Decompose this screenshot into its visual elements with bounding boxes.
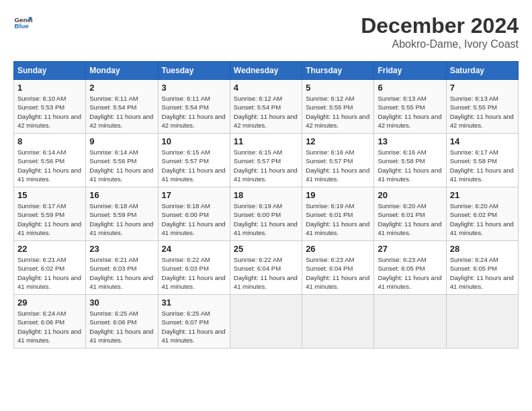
calendar-day-cell: 5 Sunrise: 6:12 AMSunset: 5:55 PMDayligh… [302, 80, 374, 134]
day-number: 30 [89, 298, 154, 308]
day-info: Sunrise: 6:15 AMSunset: 5:57 PMDaylight:… [234, 148, 298, 183]
day-number: 13 [378, 136, 442, 146]
day-info: Sunrise: 6:12 AMSunset: 5:54 PMDaylight:… [234, 94, 298, 130]
location-title: Abokro-Dame, Ivory Coast [361, 38, 519, 50]
calendar-day-cell: 24 Sunrise: 6:22 AMSunset: 6:03 PMDaylig… [158, 241, 230, 295]
calendar-day-cell: 7 Sunrise: 6:13 AMSunset: 5:55 PMDayligh… [446, 80, 518, 134]
weekday-header-cell: Friday [374, 62, 446, 80]
day-info: Sunrise: 6:21 AMSunset: 6:02 PMDaylight:… [17, 255, 82, 291]
calendar-day-cell: 29 Sunrise: 6:24 AMSunset: 6:06 PMDaylig… [14, 295, 86, 349]
day-number: 27 [378, 244, 442, 254]
day-number: 10 [162, 136, 226, 146]
header: General Blue December 2024 Abokro-Dame, … [13, 13, 519, 50]
logo: General Blue [13, 13, 32, 32]
weekday-header-cell: Tuesday [158, 62, 230, 80]
logo-icon: General Blue [13, 13, 32, 32]
day-number: 26 [306, 244, 370, 254]
calendar-day-cell: 4 Sunrise: 6:12 AMSunset: 5:54 PMDayligh… [230, 80, 302, 134]
day-info: Sunrise: 6:22 AMSunset: 6:03 PMDaylight:… [162, 255, 226, 291]
day-number: 9 [89, 136, 154, 146]
calendar-day-cell [230, 295, 302, 349]
calendar-day-cell: 23 Sunrise: 6:21 AMSunset: 6:03 PMDaylig… [86, 241, 158, 295]
day-number: 25 [234, 244, 298, 254]
svg-text:Blue: Blue [14, 22, 29, 30]
day-number: 23 [89, 244, 154, 254]
day-number: 2 [89, 83, 154, 93]
day-number: 11 [234, 136, 298, 146]
weekday-header-cell: Sunday [14, 62, 86, 80]
calendar-day-cell: 30 Sunrise: 6:25 AMSunset: 6:06 PMDaylig… [86, 295, 158, 349]
calendar-week-row: 8 Sunrise: 6:14 AMSunset: 5:56 PMDayligh… [14, 134, 519, 187]
day-info: Sunrise: 6:20 AMSunset: 6:01 PMDaylight:… [378, 201, 442, 237]
day-info: Sunrise: 6:24 AMSunset: 6:06 PMDaylight:… [17, 309, 82, 345]
calendar-day-cell: 19 Sunrise: 6:19 AMSunset: 6:01 PMDaylig… [302, 187, 374, 241]
day-number: 22 [17, 244, 82, 254]
calendar-body: 1 Sunrise: 6:10 AMSunset: 5:53 PMDayligh… [14, 80, 519, 349]
calendar-day-cell: 6 Sunrise: 6:13 AMSunset: 5:55 PMDayligh… [374, 80, 446, 134]
calendar-day-cell: 10 Sunrise: 6:15 AMSunset: 5:57 PMDaylig… [158, 134, 230, 187]
day-info: Sunrise: 6:23 AMSunset: 6:04 PMDaylight:… [306, 255, 370, 291]
day-info: Sunrise: 6:24 AMSunset: 6:05 PMDaylight:… [450, 255, 515, 291]
day-info: Sunrise: 6:10 AMSunset: 5:53 PMDaylight:… [17, 94, 82, 130]
day-number: 5 [306, 83, 370, 93]
calendar-day-cell: 16 Sunrise: 6:18 AMSunset: 5:59 PMDaylig… [86, 187, 158, 241]
day-info: Sunrise: 6:17 AMSunset: 5:59 PMDaylight:… [17, 201, 82, 237]
day-info: Sunrise: 6:14 AMSunset: 5:56 PMDaylight:… [17, 148, 82, 183]
weekday-header-cell: Monday [86, 62, 158, 80]
day-info: Sunrise: 6:22 AMSunset: 6:04 PMDaylight:… [234, 255, 298, 291]
calendar-week-row: 29 Sunrise: 6:24 AMSunset: 6:06 PMDaylig… [14, 295, 519, 349]
day-number: 21 [450, 190, 515, 200]
day-number: 14 [450, 136, 515, 146]
calendar-day-cell: 12 Sunrise: 6:16 AMSunset: 5:57 PMDaylig… [302, 134, 374, 187]
day-info: Sunrise: 6:16 AMSunset: 5:58 PMDaylight:… [378, 148, 442, 183]
calendar-week-row: 15 Sunrise: 6:17 AMSunset: 5:59 PMDaylig… [14, 187, 519, 241]
day-number: 8 [17, 136, 82, 146]
day-number: 28 [450, 244, 515, 254]
calendar-week-row: 22 Sunrise: 6:21 AMSunset: 6:02 PMDaylig… [14, 241, 519, 295]
day-info: Sunrise: 6:19 AMSunset: 6:00 PMDaylight:… [234, 201, 298, 237]
calendar-day-cell: 3 Sunrise: 6:11 AMSunset: 5:54 PMDayligh… [158, 80, 230, 134]
calendar-day-cell: 26 Sunrise: 6:23 AMSunset: 6:04 PMDaylig… [302, 241, 374, 295]
calendar-day-cell: 1 Sunrise: 6:10 AMSunset: 5:53 PMDayligh… [14, 80, 86, 134]
day-info: Sunrise: 6:11 AMSunset: 5:54 PMDaylight:… [162, 94, 226, 130]
calendar-day-cell: 21 Sunrise: 6:20 AMSunset: 6:02 PMDaylig… [446, 187, 518, 241]
calendar-day-cell: 28 Sunrise: 6:24 AMSunset: 6:05 PMDaylig… [446, 241, 518, 295]
weekday-header-cell: Thursday [302, 62, 374, 80]
calendar-day-cell: 13 Sunrise: 6:16 AMSunset: 5:58 PMDaylig… [374, 134, 446, 187]
day-info: Sunrise: 6:20 AMSunset: 6:02 PMDaylight:… [450, 201, 515, 237]
weekday-header-cell: Saturday [446, 62, 518, 80]
day-info: Sunrise: 6:18 AMSunset: 6:00 PMDaylight:… [162, 201, 226, 237]
day-number: 16 [89, 190, 154, 200]
day-info: Sunrise: 6:13 AMSunset: 5:55 PMDaylight:… [378, 94, 442, 130]
calendar-day-cell: 22 Sunrise: 6:21 AMSunset: 6:02 PMDaylig… [14, 241, 86, 295]
calendar-day-cell: 14 Sunrise: 6:17 AMSunset: 5:58 PMDaylig… [446, 134, 518, 187]
month-title: December 2024 [361, 13, 519, 38]
day-number: 17 [162, 190, 226, 200]
weekday-header-cell: Wednesday [230, 62, 302, 80]
day-number: 24 [162, 244, 226, 254]
calendar-day-cell: 31 Sunrise: 6:25 AMSunset: 6:07 PMDaylig… [158, 295, 230, 349]
day-number: 29 [17, 298, 82, 308]
calendar-day-cell: 18 Sunrise: 6:19 AMSunset: 6:00 PMDaylig… [230, 187, 302, 241]
calendar-table: SundayMondayTuesdayWednesdayThursdayFrid… [13, 61, 519, 349]
day-number: 31 [162, 298, 226, 308]
day-info: Sunrise: 6:15 AMSunset: 5:57 PMDaylight:… [162, 148, 226, 183]
day-info: Sunrise: 6:16 AMSunset: 5:57 PMDaylight:… [306, 148, 370, 183]
calendar-day-cell: 15 Sunrise: 6:17 AMSunset: 5:59 PMDaylig… [14, 187, 86, 241]
day-info: Sunrise: 6:17 AMSunset: 5:58 PMDaylight:… [450, 148, 515, 183]
day-info: Sunrise: 6:25 AMSunset: 6:06 PMDaylight:… [89, 309, 154, 345]
calendar-day-cell: 9 Sunrise: 6:14 AMSunset: 5:56 PMDayligh… [86, 134, 158, 187]
day-number: 4 [234, 83, 298, 93]
day-info: Sunrise: 6:14 AMSunset: 5:56 PMDaylight:… [89, 148, 154, 183]
day-info: Sunrise: 6:11 AMSunset: 5:54 PMDaylight:… [89, 94, 154, 130]
day-number: 3 [162, 83, 226, 93]
calendar-day-cell: 25 Sunrise: 6:22 AMSunset: 6:04 PMDaylig… [230, 241, 302, 295]
calendar-day-cell [374, 295, 446, 349]
calendar-day-cell: 20 Sunrise: 6:20 AMSunset: 6:01 PMDaylig… [374, 187, 446, 241]
day-number: 18 [234, 190, 298, 200]
day-info: Sunrise: 6:13 AMSunset: 5:55 PMDaylight:… [450, 94, 515, 130]
day-number: 7 [450, 83, 515, 93]
day-number: 20 [378, 190, 442, 200]
day-info: Sunrise: 6:18 AMSunset: 5:59 PMDaylight:… [89, 201, 154, 237]
day-info: Sunrise: 6:23 AMSunset: 6:05 PMDaylight:… [378, 255, 442, 291]
